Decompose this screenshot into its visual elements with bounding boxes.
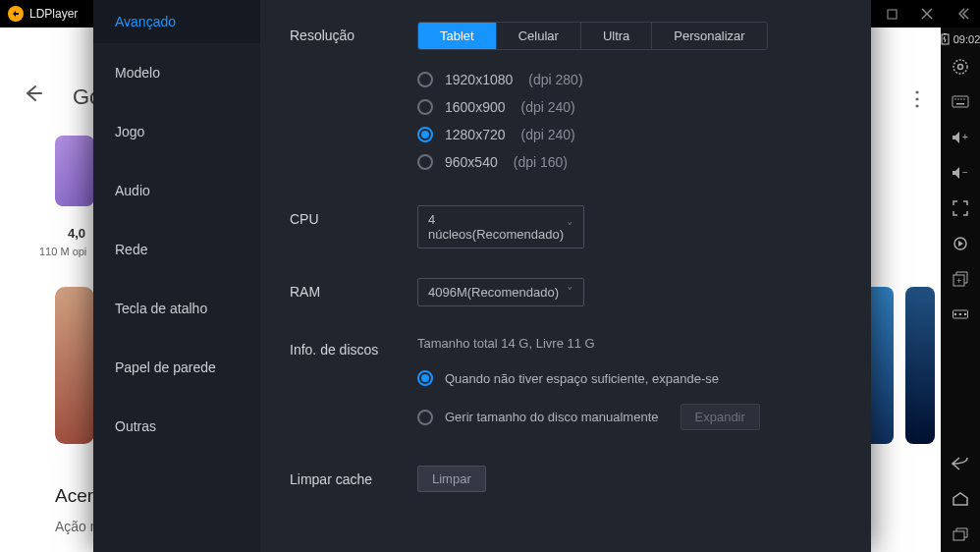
radio-icon	[417, 154, 433, 170]
resolution-option[interactable]: 1920x1080(dpi 280)	[417, 66, 842, 93]
svg-point-19	[954, 313, 957, 316]
nav-home-icon[interactable]	[941, 481, 980, 517]
settings-icon[interactable]	[941, 49, 980, 84]
app-thumbnail	[55, 136, 94, 206]
radio-icon	[417, 72, 433, 87]
ram-select[interactable]: 4096M(Recomendado) ˅	[417, 278, 584, 306]
window-collapse-button[interactable]	[945, 0, 980, 28]
svg-point-10	[957, 98, 959, 100]
svg-text:+: +	[962, 132, 968, 142]
right-toolbar: 09:02 + − +	[941, 28, 980, 552]
window-maximize-button[interactable]	[874, 0, 909, 28]
screenshot-card[interactable]	[905, 287, 935, 444]
svg-rect-8	[953, 96, 968, 107]
battery-icon	[941, 33, 950, 45]
nav-recents-icon[interactable]	[941, 517, 980, 552]
svg-text:−: −	[962, 167, 968, 178]
svg-point-20	[959, 313, 962, 316]
ram-label: RAM	[290, 278, 417, 300]
svg-point-6	[953, 60, 967, 74]
chevron-down-icon: ˅	[567, 220, 573, 235]
svg-text:+: +	[956, 276, 961, 286]
radio-icon	[417, 127, 433, 142]
clear-cache-button[interactable]: Limpar	[417, 466, 486, 492]
svg-point-9	[954, 98, 956, 100]
settings-dialog: Avançado Modelo Jogo Audio Rede Tecla de…	[93, 0, 871, 552]
resolution-option[interactable]: 1600x900(dpi 240)	[417, 93, 842, 121]
volume-up-icon[interactable]: +	[941, 120, 980, 155]
tab-celular[interactable]: Celular	[497, 23, 581, 49]
section-heading: Acer	[55, 485, 93, 507]
section-subtext: Ação n	[55, 519, 98, 534]
radio-icon	[417, 99, 433, 115]
svg-point-11	[960, 98, 962, 100]
resolution-label: Resolução	[290, 22, 417, 43]
app-name: LDPlayer	[29, 7, 78, 21]
keyboard-icon[interactable]	[941, 84, 980, 120]
radio-icon	[417, 410, 433, 425]
tab-ultra[interactable]: Ultra	[581, 23, 652, 49]
sidebar-item-model[interactable]: Modelo	[93, 43, 260, 102]
disk-label: Info. de discos	[290, 336, 417, 358]
disk-info-text: Tamanho total 14 G, Livre 11 G	[417, 336, 842, 351]
sidebar-item-shortcut[interactable]: Tecla de atalho	[93, 279, 260, 338]
sidebar-item-audio[interactable]: Audio	[93, 161, 260, 220]
resolution-tabs: Tablet Celular Ultra Personalizar	[417, 22, 768, 50]
rating-value: 4,0	[59, 226, 94, 241]
resolution-option[interactable]: 960x540(dpi 160)	[417, 148, 842, 176]
resolution-option[interactable]: 1280x720(dpi 240)	[417, 121, 842, 148]
settings-sidebar: Avançado Modelo Jogo Audio Rede Tecla de…	[93, 0, 260, 552]
disk-option-manual[interactable]: Gerir tamanho do disco manualmente Expan…	[417, 398, 842, 436]
sidebar-item-other[interactable]: Outras	[93, 397, 260, 456]
sidebar-item-network[interactable]: Rede	[93, 220, 260, 279]
svg-rect-5	[944, 33, 947, 34]
status-time: 09:02	[941, 33, 980, 45]
radio-icon	[417, 370, 433, 386]
settings-content: Resolução Tablet Celular Ultra Personali…	[260, 0, 871, 552]
svg-point-7	[958, 65, 963, 70]
svg-rect-1	[888, 10, 897, 19]
expand-button[interactable]: Expandir	[681, 404, 760, 430]
cache-label: Limpar cache	[290, 466, 417, 487]
fullscreen-icon[interactable]	[941, 191, 980, 226]
sidebar-item-wallpaper[interactable]: Papel de parede	[93, 338, 260, 397]
screenshot-card[interactable]	[55, 287, 94, 444]
back-arrow-icon[interactable]	[22, 83, 43, 108]
disk-option-auto[interactable]: Quando não tiver espaço suficiente, expa…	[417, 364, 842, 392]
volume-down-icon[interactable]: −	[941, 155, 980, 191]
tab-tablet[interactable]: Tablet	[418, 23, 497, 49]
cpu-select[interactable]: 4 núcleos(Recomendado) ˅	[417, 205, 584, 248]
nav-back-icon[interactable]	[941, 446, 980, 481]
app-logo	[8, 6, 24, 22]
tab-custom[interactable]: Personalizar	[652, 23, 766, 49]
svg-point-21	[964, 313, 967, 316]
opinions-count: 110 M opi	[39, 246, 86, 257]
svg-rect-23	[953, 531, 964, 540]
svg-point-12	[963, 98, 965, 100]
sidebar-item-game[interactable]: Jogo	[93, 102, 260, 161]
sidebar-item-advanced[interactable]: Avançado	[93, 0, 260, 43]
sync-icon[interactable]	[941, 226, 980, 261]
window-close-button[interactable]	[909, 0, 945, 28]
more-options-icon[interactable]	[941, 297, 980, 332]
svg-rect-13	[956, 103, 964, 105]
more-icon[interactable]: ⋮	[907, 86, 927, 110]
chevron-down-icon: ˅	[567, 285, 573, 300]
cpu-label: CPU	[290, 205, 417, 227]
multi-instance-icon[interactable]: +	[941, 261, 980, 297]
